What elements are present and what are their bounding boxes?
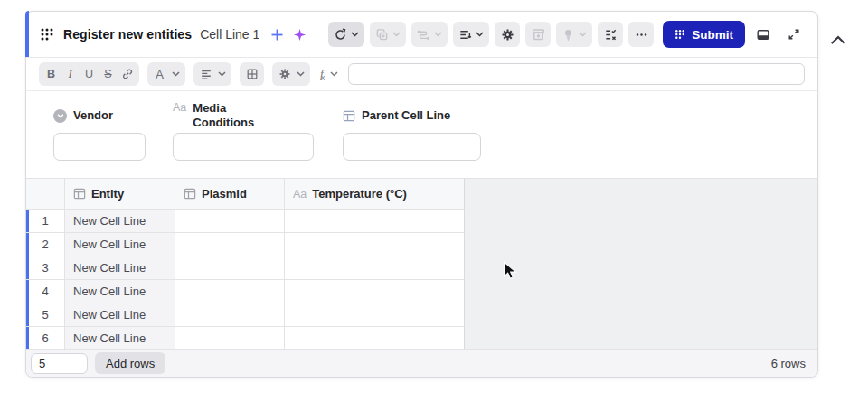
row-number[interactable]: 5 xyxy=(26,303,65,327)
entity-cell[interactable]: New Cell Line xyxy=(65,233,175,256)
temperature-cell[interactable] xyxy=(285,233,465,256)
workflow-route-button[interactable] xyxy=(411,22,448,47)
media-conditions-input[interactable] xyxy=(173,133,314,161)
field-parent-label: Parent Cell Line xyxy=(343,98,481,133)
entity-cell[interactable]: New Cell Line xyxy=(65,210,175,233)
temperature-cell[interactable] xyxy=(285,256,465,280)
bold-button[interactable]: B xyxy=(42,64,61,84)
header-toolbar: Submit xyxy=(328,21,807,48)
alignment-group xyxy=(193,62,231,86)
column-header-entity[interactable]: Entity xyxy=(65,179,175,210)
entity-cell[interactable]: New Cell Line xyxy=(65,256,175,280)
table-row: 5 New Cell Line xyxy=(26,303,817,327)
cell-settings-group xyxy=(272,62,310,86)
panel-title: Register new entities xyxy=(63,27,192,42)
formula-fx-button[interactable]: f x xyxy=(318,67,340,82)
submit-label: Submit xyxy=(692,28,733,42)
plasmid-cell[interactable] xyxy=(175,210,285,233)
table-header-row: Entity Plasmid Aa Temperature (°C) xyxy=(26,179,817,210)
schema-name: Cell Line 1 xyxy=(200,27,259,42)
entity-cell[interactable]: New Cell Line xyxy=(65,280,175,303)
text-format-icon: Aa xyxy=(293,188,307,200)
dropdown-circle-icon xyxy=(53,109,67,123)
text-color-button[interactable]: A xyxy=(150,64,169,84)
row-number[interactable]: 4 xyxy=(26,280,65,303)
plasmid-cell[interactable] xyxy=(175,233,285,256)
table-row: 4 New Cell Line xyxy=(26,280,817,303)
column-header-plasmid[interactable]: Plasmid xyxy=(175,179,285,210)
table-icon xyxy=(73,188,86,200)
table-row: 1 New Cell Line xyxy=(26,210,817,233)
row-number[interactable]: 1 xyxy=(26,210,65,233)
add-rows-button[interactable]: Add rows xyxy=(95,352,165,374)
table-row: 2 New Cell Line xyxy=(26,233,817,256)
selection-accent-bar xyxy=(25,11,29,57)
align-icon[interactable] xyxy=(196,64,215,84)
plasmid-cell[interactable] xyxy=(175,256,285,280)
table-row: 6 New Cell Line xyxy=(26,327,817,349)
strikethrough-button[interactable]: S xyxy=(99,64,118,84)
add-rows-count-input[interactable] xyxy=(31,353,88,374)
chevron-down-icon[interactable] xyxy=(294,64,307,84)
italic-button[interactable]: I xyxy=(61,64,80,84)
device-view-button[interactable] xyxy=(750,22,776,47)
gear-icon[interactable] xyxy=(275,64,294,84)
chevron-down-icon[interactable] xyxy=(215,64,229,84)
plasmid-cell[interactable] xyxy=(175,280,285,303)
add-icon[interactable] xyxy=(270,28,284,42)
submit-button[interactable]: Submit xyxy=(663,21,745,48)
plasmid-cell[interactable] xyxy=(175,303,285,327)
register-entities-panel: Register new entities Cell Line 1 xyxy=(25,11,818,378)
field-media-label: Aa Media Conditions xyxy=(173,98,314,133)
column-header-temperature[interactable]: Aa Temperature (°C) xyxy=(285,179,465,210)
temperature-cell[interactable] xyxy=(285,210,465,233)
temperature-cell[interactable] xyxy=(285,303,465,327)
chevron-down-icon[interactable] xyxy=(169,64,183,84)
row-number[interactable]: 6 xyxy=(26,327,65,349)
table-icon xyxy=(184,188,196,200)
field-vendor: Vendor xyxy=(53,98,146,161)
parent-cell-line-input[interactable] xyxy=(343,133,481,161)
settings-gear-button[interactable] xyxy=(495,22,520,47)
insights-bulb-button[interactable] xyxy=(556,22,592,47)
insert-table-icon[interactable] xyxy=(242,64,261,84)
vendor-input[interactable] xyxy=(53,133,146,161)
duplicate-add-button[interactable] xyxy=(370,22,406,47)
screen: Register new entities Cell Line 1 xyxy=(0,0,868,401)
sparkle-ai-icon[interactable] xyxy=(293,28,307,42)
field-vendor-label: Vendor xyxy=(53,98,146,133)
text-style-group: B I U S xyxy=(39,62,139,86)
validation-checklist-button[interactable] xyxy=(598,22,623,47)
expand-fullscreen-button[interactable] xyxy=(781,22,807,47)
formula-bar-input[interactable] xyxy=(348,63,805,85)
sort-order-button[interactable] xyxy=(453,22,489,47)
temperature-cell[interactable] xyxy=(285,327,465,349)
plasmid-cell[interactable] xyxy=(175,327,285,349)
row-number[interactable]: 3 xyxy=(26,256,65,280)
archive-button[interactable] xyxy=(525,22,551,47)
field-media-conditions: Aa Media Conditions xyxy=(173,98,314,161)
text-format-icon: Aa xyxy=(173,101,186,116)
table-grid-group xyxy=(240,62,264,86)
entity-cell[interactable]: New Cell Line xyxy=(65,303,175,327)
collapse-panel-chevron-up-icon[interactable] xyxy=(829,33,847,47)
table-row: 3 New Cell Line xyxy=(26,256,817,280)
registration-grid-icon xyxy=(40,27,54,42)
table-icon xyxy=(343,110,355,122)
more-options-button[interactable] xyxy=(628,22,654,47)
table-footer: Add rows 6 rows xyxy=(26,349,817,377)
entities-table: Entity Plasmid Aa Temperature (°C) 1 xyxy=(26,178,817,349)
link-icon[interactable] xyxy=(118,64,137,84)
text-color-group: A xyxy=(147,62,185,86)
row-number[interactable]: 2 xyxy=(26,233,65,256)
row-number-header xyxy=(26,179,65,210)
formula-x: x xyxy=(321,72,326,82)
panel-header: Register new entities Cell Line 1 xyxy=(26,12,817,57)
formatting-toolbar: B I U S A xyxy=(26,57,817,90)
underline-button[interactable]: U xyxy=(80,64,99,84)
sync-button[interactable] xyxy=(328,22,364,47)
entity-cell[interactable]: New Cell Line xyxy=(65,327,175,349)
field-parent-cell-line: Parent Cell Line xyxy=(343,98,481,161)
row-count-label: 6 rows xyxy=(771,357,806,370)
temperature-cell[interactable] xyxy=(285,280,465,303)
